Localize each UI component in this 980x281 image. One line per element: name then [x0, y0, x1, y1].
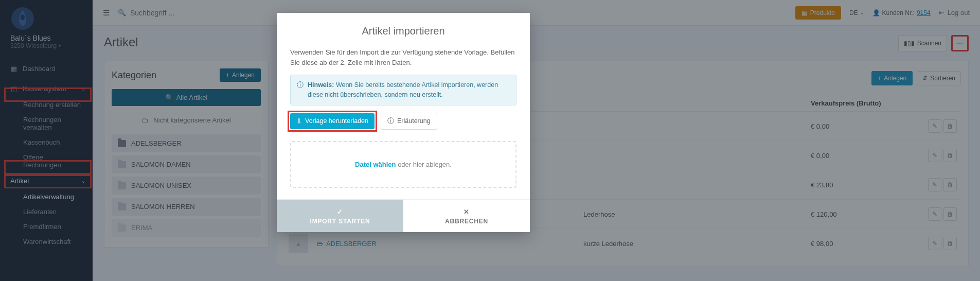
cancel-button[interactable]: ✕ ABBRECHEN: [403, 200, 530, 232]
explanation-button[interactable]: ⓘ Erläuterung: [381, 113, 437, 130]
import-modal: Artikel importieren Verwenden Sie für de…: [277, 13, 530, 232]
info-icon: ⓘ: [387, 117, 394, 126]
info-icon: ⓘ: [297, 80, 304, 90]
explanation-label: Erläuterung: [397, 117, 431, 125]
import-start-button[interactable]: ✓ IMPORT STARTEN: [277, 200, 403, 232]
download-icon: ⇩: [296, 117, 302, 125]
modal-footer: ✓ IMPORT STARTEN ✕ ABBRECHEN: [277, 199, 530, 232]
modal-intro: Verwenden Sie für den Import die zur Ver…: [290, 47, 516, 67]
file-dropzone[interactable]: Datei wählen oder hier ablegen.: [290, 141, 516, 188]
hint-box: ⓘ Hinweis: Wenn Sie bereits bestehende A…: [290, 75, 516, 106]
choose-file-link[interactable]: Datei wählen: [355, 161, 396, 168]
close-icon: ✕: [408, 208, 525, 216]
cancel-label: ABBRECHEN: [445, 218, 488, 225]
dropzone-text: oder hier ablegen.: [396, 161, 452, 168]
download-template-label: Vorlage herunterladen: [305, 117, 368, 125]
download-template-button[interactable]: ⇩ Vorlage herunterladen: [290, 113, 375, 129]
hint-label: Hinweis:: [308, 81, 334, 89]
import-start-label: IMPORT STARTEN: [310, 218, 370, 225]
modal-title: Artikel importieren: [277, 13, 530, 47]
hint-text: Wenn Sie bereits bestehende Artikel impo…: [308, 81, 498, 98]
modal-actions-row: ⇩ Vorlage herunterladen ⓘ Erläuterung: [290, 113, 516, 130]
check-icon: ✓: [282, 208, 398, 216]
